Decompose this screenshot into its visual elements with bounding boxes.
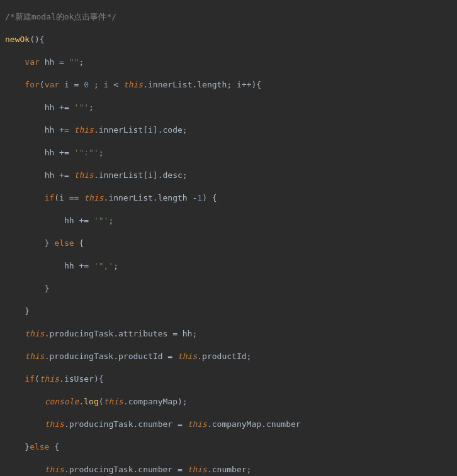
code-line: for(var i = 0 ; i < this.innerList.lengt… [5, 79, 452, 91]
code-line: hh += this.innerList[i].desc; [5, 170, 452, 181]
code-line: hh += '":"'; [5, 147, 452, 158]
code-line: this.producingTask.productId = this.prod… [5, 351, 452, 362]
code-line: if(this.isUser){ [5, 374, 452, 385]
code-line: hh += '"'; [5, 215, 452, 226]
code-line: } else { [5, 238, 452, 249]
code-line: this.producingTask.cnumber = this.cnumbe… [5, 464, 452, 475]
code-line: hh += this.innerList[i].code; [5, 125, 452, 136]
code-line: console.log(this.companyMap); [5, 396, 452, 407]
code-line: } [5, 283, 452, 294]
code-line: hh += '"'; [5, 102, 452, 113]
code-line: this.producingTask.attributes = hh; [5, 328, 452, 340]
code-line: }else { [5, 441, 452, 453]
code-line: if(i == this.innerList.length -1) { [5, 192, 452, 204]
code-editor[interactable]: /*新建modal的ok点击事件*/ newOk(){ var hh = "";… [0, 0, 457, 476]
code-line: /*新建modal的ok点击事件*/ [5, 11, 452, 23]
code-line: var hh = ""; [5, 57, 452, 68]
code-line: } [5, 306, 452, 317]
code-line: newOk(){ [5, 34, 452, 45]
code-line: this.producingTask.cnumber = this.compan… [5, 419, 452, 430]
code-line: hh += '",'; [5, 260, 452, 272]
